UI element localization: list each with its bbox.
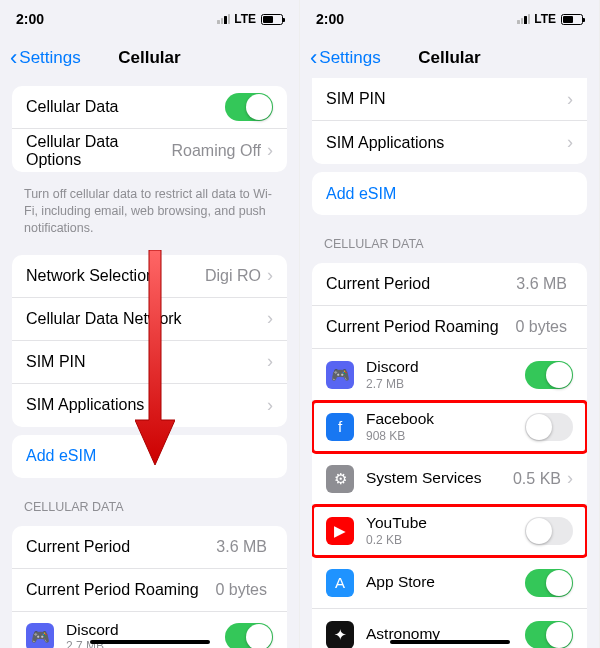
hint-text: Turn off cellular data to restrict all d… — [0, 180, 299, 247]
group-cellular: Cellular Data Cellular Data Options Roam… — [12, 86, 287, 172]
section-header: CELLULAR DATA — [300, 223, 599, 255]
scroll-area[interactable]: Cellular Data Cellular Data Options Roam… — [0, 78, 299, 648]
current-period-roaming-row: Current Period Roaming 0 bytes — [12, 569, 287, 612]
chevron-right-icon: › — [267, 265, 273, 286]
app-icon: ✦ — [326, 621, 354, 649]
app-row[interactable]: f Facebook908 KB — [312, 401, 587, 453]
chevron-right-icon: › — [267, 140, 273, 161]
app-icon: 🎮 — [26, 623, 54, 648]
current-period-row: Current Period 3.6 MB — [312, 263, 587, 306]
group-sim-partial: SIM PIN › SIM Applications › — [312, 78, 587, 164]
status-bar: 2:00 LTE — [0, 0, 299, 38]
add-esim-row[interactable]: Add eSIM — [312, 172, 587, 215]
cellular-data-toggle[interactable] — [225, 93, 273, 121]
battery-icon — [561, 14, 583, 25]
clock: 2:00 — [16, 11, 44, 27]
chevron-right-icon: › — [567, 89, 573, 110]
app-toggle[interactable] — [525, 621, 573, 649]
clock: 2:00 — [316, 11, 344, 27]
app-toggle[interactable] — [525, 569, 573, 597]
app-toggle[interactable] — [525, 413, 573, 441]
group-network: Network Selection Digi RO › Cellular Dat… — [12, 255, 287, 427]
app-toggle[interactable] — [225, 623, 273, 648]
scroll-area[interactable]: SIM PIN › SIM Applications › Add eSIM CE… — [300, 78, 599, 648]
app-size: 908 KB — [366, 429, 525, 443]
app-name: YouTube — [366, 514, 525, 533]
network-type: LTE — [234, 12, 256, 26]
app-name: App Store — [366, 573, 525, 592]
app-name: Discord — [366, 358, 525, 377]
chevron-right-icon: › — [267, 351, 273, 372]
back-label: Settings — [19, 48, 80, 68]
network-selection-row[interactable]: Network Selection Digi RO › — [12, 255, 287, 298]
signal-icon — [517, 14, 530, 24]
back-button[interactable]: ‹ Settings — [310, 47, 381, 69]
phone-left: 2:00 LTE ‹ Settings Cellular Cellular Da… — [0, 0, 300, 648]
sim-applications-row[interactable]: SIM Applications › — [312, 121, 587, 164]
home-indicator[interactable] — [390, 640, 510, 644]
back-label: Settings — [319, 48, 380, 68]
app-icon: ▶ — [326, 517, 354, 545]
status-bar: 2:00 LTE — [300, 0, 599, 38]
app-row[interactable]: A App Store — [312, 557, 587, 609]
network-type: LTE — [534, 12, 556, 26]
app-size: 2.7 MB — [366, 377, 525, 391]
nav-bar: ‹ Settings Cellular — [300, 38, 599, 78]
back-button[interactable]: ‹ Settings — [10, 47, 81, 69]
app-row[interactable]: ⚙︎ System Services 0.5 KB› — [312, 453, 587, 505]
current-period-row: Current Period 3.6 MB — [12, 526, 287, 569]
group-esim: Add eSIM — [12, 435, 287, 478]
add-esim-row[interactable]: Add eSIM — [12, 435, 287, 478]
app-size-value: 0.5 KB — [513, 470, 561, 488]
section-header: CELLULAR DATA — [0, 486, 299, 518]
status-indicators: LTE — [517, 12, 583, 26]
nav-bar: ‹ Settings Cellular — [0, 38, 299, 78]
sim-applications-row[interactable]: SIM Applications › — [12, 384, 287, 427]
cellular-data-row[interactable]: Cellular Data — [12, 86, 287, 129]
battery-icon — [261, 14, 283, 25]
chevron-right-icon: › — [567, 132, 573, 153]
app-row[interactable]: 🎮 Discord2.7 MB — [312, 349, 587, 401]
signal-icon — [217, 14, 230, 24]
status-indicators: LTE — [217, 12, 283, 26]
group-esim: Add eSIM — [312, 172, 587, 215]
app-name: System Services — [366, 469, 513, 488]
cellular-options-row[interactable]: Cellular Data Options Roaming Off › — [12, 129, 287, 172]
app-size: 0.2 KB — [366, 533, 525, 547]
sim-pin-row[interactable]: SIM PIN › — [312, 78, 587, 121]
sim-pin-row[interactable]: SIM PIN › — [12, 341, 287, 384]
app-toggle[interactable] — [525, 517, 573, 545]
phone-right: 2:00 LTE ‹ Settings Cellular SIM PIN › S… — [300, 0, 600, 648]
app-icon: A — [326, 569, 354, 597]
app-icon: f — [326, 413, 354, 441]
app-icon: ⚙︎ — [326, 465, 354, 493]
group-usage: Current Period 3.6 MB Current Period Roa… — [12, 526, 287, 648]
home-indicator[interactable] — [90, 640, 210, 644]
chevron-right-icon: › — [267, 395, 273, 416]
chevron-right-icon: › — [567, 468, 573, 489]
app-row[interactable]: ▶ YouTube0.2 KB — [312, 505, 587, 557]
app-name: Discord — [66, 621, 225, 640]
app-name: Facebook — [366, 410, 525, 429]
chevron-right-icon: › — [267, 308, 273, 329]
chevron-left-icon: ‹ — [10, 47, 17, 69]
current-period-roaming-row: Current Period Roaming 0 bytes — [312, 306, 587, 349]
chevron-left-icon: ‹ — [310, 47, 317, 69]
group-usage: Current Period 3.6 MB Current Period Roa… — [312, 263, 587, 648]
cellular-data-network-row[interactable]: Cellular Data Network › — [12, 298, 287, 341]
app-toggle[interactable] — [525, 361, 573, 389]
app-icon: 🎮 — [326, 361, 354, 389]
